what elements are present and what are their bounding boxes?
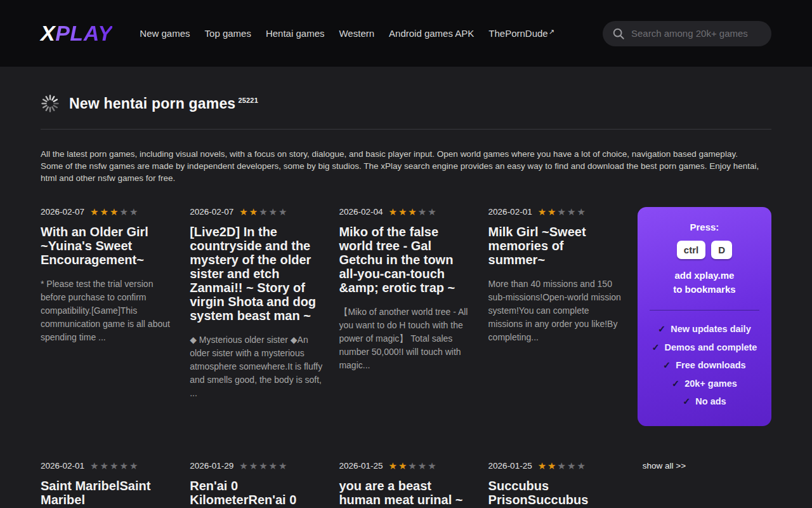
show-all-link[interactable]: show all >> bbox=[643, 461, 686, 508]
star-icon: ★ bbox=[577, 206, 586, 217]
star-icon: ★ bbox=[547, 460, 557, 471]
game-title[interactable]: Miko of the false world tree - Gal Getch… bbox=[339, 225, 473, 295]
star-icon: ★ bbox=[119, 206, 129, 217]
d-key[interactable]: D bbox=[711, 241, 732, 259]
nav-item[interactable]: Top games bbox=[205, 28, 251, 39]
star-icon: ★ bbox=[278, 460, 288, 471]
release-date: 2026-02-04 bbox=[339, 207, 383, 217]
star-icon: ★ bbox=[239, 460, 249, 471]
intro-line-1: All the latest porn games, including vis… bbox=[41, 149, 738, 159]
intro-text: All the latest porn games, including vis… bbox=[41, 148, 771, 184]
divider bbox=[41, 129, 771, 130]
star-icon: ★ bbox=[100, 206, 110, 217]
card-meta: 2026-01-29 ★★★★★ bbox=[190, 461, 324, 471]
star-rating: ★★★★★ bbox=[388, 461, 437, 471]
game-title[interactable]: you are a beast human meat urinal ~ tane… bbox=[339, 479, 473, 508]
star-icon: ★ bbox=[259, 206, 268, 217]
star-icon: ★ bbox=[428, 206, 437, 217]
main-nav: New gamesTop gamesHentai gamesWesternAnd… bbox=[140, 28, 554, 39]
star-icon: ★ bbox=[408, 206, 417, 217]
game-description: * Please test the trial version before p… bbox=[41, 277, 174, 344]
nav-item[interactable]: Android games APK bbox=[389, 28, 474, 39]
game-card[interactable]: 2026-02-07 ★★★★★ [Live2D] In the country… bbox=[190, 207, 324, 426]
game-card[interactable]: 2026-02-07 ★★★★★ With an Older Girl ~Yui… bbox=[41, 207, 174, 426]
star-icon: ★ bbox=[269, 206, 278, 217]
release-date: 2026-01-25 bbox=[488, 461, 532, 471]
star-icon: ★ bbox=[428, 460, 437, 471]
star-icon: ★ bbox=[538, 206, 547, 217]
star-icon: ★ bbox=[249, 460, 259, 471]
release-date: 2026-02-07 bbox=[190, 207, 233, 217]
feature-list: ✓New updates daily✓Demos and complete✓Fr… bbox=[646, 324, 763, 406]
add-label: add bbox=[674, 270, 691, 281]
star-icon: ★ bbox=[388, 460, 398, 471]
star-icon: ★ bbox=[567, 460, 577, 471]
star-rating: ★★★★★ bbox=[239, 461, 288, 471]
checkmark-icon: ✓ bbox=[663, 360, 671, 370]
star-icon: ★ bbox=[90, 206, 100, 217]
feature-item: ✓No ads bbox=[646, 396, 763, 406]
card-meta: 2026-02-07 ★★★★★ bbox=[190, 207, 324, 217]
star-icon: ★ bbox=[408, 460, 417, 471]
game-title[interactable]: Succubus PrisonSuccubus Prison bbox=[488, 479, 622, 508]
game-title[interactable]: Milk Girl ~Sweet memories of summer~ bbox=[488, 225, 622, 267]
feature-item: ✓Free downloads bbox=[646, 360, 763, 370]
nav-item[interactable]: Western bbox=[339, 28, 374, 39]
logo-x: X bbox=[41, 21, 55, 45]
card-meta: 2026-02-04 ★★★★★ bbox=[339, 207, 473, 217]
star-icon: ★ bbox=[418, 206, 428, 217]
star-icon: ★ bbox=[259, 460, 268, 471]
star-icon: ★ bbox=[547, 206, 557, 217]
star-icon: ★ bbox=[538, 460, 547, 471]
game-card[interactable]: 2026-02-04 ★★★★★ Miko of the false world… bbox=[339, 207, 473, 426]
star-icon: ★ bbox=[110, 206, 119, 217]
checkmark-icon: ✓ bbox=[672, 378, 679, 389]
feature-item: ✓Demos and complete bbox=[646, 342, 763, 352]
release-date: 2026-02-01 bbox=[41, 461, 84, 471]
checkmark-icon: ✓ bbox=[658, 324, 665, 334]
checkmark-icon: ✓ bbox=[652, 342, 659, 352]
bookmark-instruction: add xplay.me to bookmarks bbox=[646, 269, 763, 297]
release-date: 2026-02-07 bbox=[41, 207, 84, 217]
card-meta: 2026-02-01 ★★★★★ bbox=[41, 461, 174, 471]
nav-item[interactable]: ThePornDude↗ bbox=[488, 28, 554, 39]
game-card[interactable]: 2026-01-25 ★★★★★ you are a beast human m… bbox=[339, 461, 473, 508]
search-input[interactable] bbox=[631, 28, 762, 39]
star-icon: ★ bbox=[278, 206, 288, 217]
games-grid: Press: ctrl D add xplay.me to bookmarks … bbox=[41, 207, 771, 508]
xplay-logo[interactable]: XPLAY bbox=[41, 21, 112, 46]
star-rating: ★★★★★ bbox=[388, 207, 437, 217]
game-card[interactable]: 2026-01-29 ★★★★★ Ren'ai 0 KilometerRen'a… bbox=[190, 461, 324, 508]
bookmark-promo-card: Press: ctrl D add xplay.me to bookmarks … bbox=[638, 207, 771, 426]
game-card[interactable]: 2026-02-01 ★★★★★ Milk Girl ~Sweet memori… bbox=[488, 207, 622, 426]
ctrl-key[interactable]: ctrl bbox=[677, 241, 705, 259]
star-icon: ★ bbox=[567, 206, 577, 217]
game-card[interactable]: 2026-02-01 ★★★★★ Saint MaribelSaint Mari… bbox=[41, 461, 174, 508]
game-card[interactable]: 2026-01-25 ★★★★★ Succubus PrisonSuccubus… bbox=[488, 461, 622, 508]
nav-item[interactable]: New games bbox=[140, 28, 190, 39]
game-title[interactable]: Ren'ai 0 KilometerRen'ai 0 Kilometer bbox=[190, 479, 324, 508]
star-rating: ★★★★★ bbox=[90, 207, 139, 217]
checkmark-icon: ✓ bbox=[683, 396, 690, 406]
xplay-link[interactable]: xplay.me bbox=[694, 270, 734, 281]
game-title[interactable]: Saint MaribelSaint Maribel bbox=[41, 479, 174, 507]
star-icon: ★ bbox=[100, 460, 110, 471]
game-title[interactable]: [Live2D] In the countryside and the myst… bbox=[190, 225, 324, 323]
spinner-icon bbox=[41, 94, 60, 113]
intro-line-2: Some of the nsfw games are made by indep… bbox=[41, 161, 759, 183]
bookmarks-label: to bookmarks bbox=[673, 284, 735, 295]
star-icon: ★ bbox=[558, 460, 567, 471]
game-title[interactable]: With an Older Girl ~Yuina's Sweet Encour… bbox=[41, 225, 174, 267]
star-icon: ★ bbox=[269, 460, 278, 471]
release-date: 2026-01-25 bbox=[339, 461, 383, 471]
feature-item: ✓20k+ games bbox=[646, 378, 763, 389]
card-meta: 2026-02-01 ★★★★★ bbox=[488, 207, 622, 217]
star-icon: ★ bbox=[398, 460, 408, 471]
nav-item[interactable]: Hentai games bbox=[266, 28, 325, 39]
star-icon: ★ bbox=[249, 206, 259, 217]
page-title-row: New hentai porn games25221 bbox=[41, 94, 771, 113]
search-box[interactable] bbox=[603, 21, 771, 46]
page-title: New hentai porn games25221 bbox=[69, 95, 258, 112]
star-rating: ★★★★★ bbox=[538, 207, 587, 217]
card-meta: 2026-01-25 ★★★★★ bbox=[488, 461, 622, 471]
